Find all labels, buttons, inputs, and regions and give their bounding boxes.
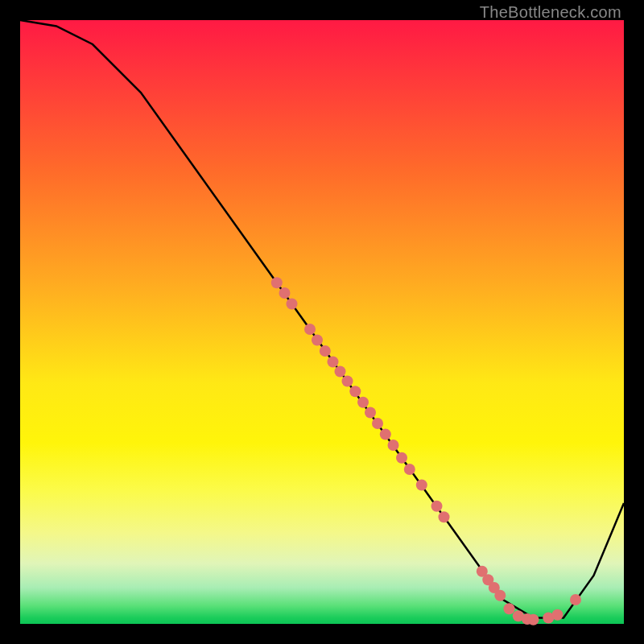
data-point (365, 407, 376, 419)
data-point (552, 609, 564, 621)
data-point (372, 418, 383, 429)
data-point (342, 376, 353, 387)
chart-svg (20, 20, 624, 624)
data-point (304, 324, 316, 335)
data-point (320, 345, 331, 357)
data-point (494, 590, 506, 601)
data-point (312, 335, 323, 346)
data-point (504, 603, 515, 614)
plot-area (20, 20, 624, 624)
data-point (404, 464, 415, 475)
data-point (396, 452, 407, 464)
data-point (570, 594, 581, 605)
data-point (349, 386, 361, 397)
data-point (335, 366, 346, 378)
data-point (528, 614, 539, 625)
data-point (328, 357, 339, 368)
watermark-text: TheBottleneck.com (480, 3, 621, 22)
chart-container: TheBottleneck.com (0, 0, 644, 644)
curve-line (20, 20, 624, 618)
data-point (416, 480, 427, 491)
data-point (380, 429, 391, 440)
data-point (271, 277, 283, 288)
data-point (431, 501, 443, 512)
data-point (388, 440, 399, 451)
curve-markers (271, 277, 581, 625)
data-point (287, 299, 298, 310)
data-point (357, 397, 369, 408)
data-point (279, 287, 291, 299)
data-point (439, 511, 450, 522)
